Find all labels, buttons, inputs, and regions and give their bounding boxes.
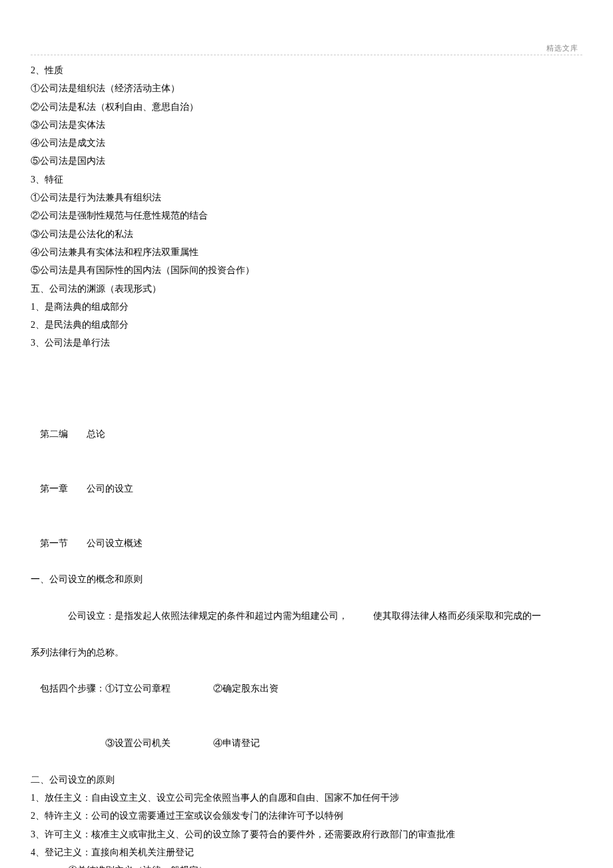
text-line: 一、公司设立的概念和原则 [31,570,582,588]
text-line: 2、特许主义：公司的设立需要通过王室或议会颁发专门的法律许可予以特例 [31,807,582,825]
text-line: ①公司法是组织法（经济活动主体） [31,79,582,97]
heading-line: 第一节公司设立概述 [31,516,582,571]
text-line: ②公司法是强制性规范与任意性规范的结合 [31,207,582,224]
text-line: 2、是民法典的组成部分 [31,316,582,334]
segment: ②确定股东出资 [213,683,279,693]
segment: ③设置公司机关 [105,734,213,752]
text-line: 系列法律行为的总称。 [31,644,582,661]
segment: 公司设立：是指发起人依照法律规定的条件和超过内需为组建公司， [68,607,373,625]
heading-title: 公司的设立 [87,484,133,494]
text-line: 1、是商法典的组成部分 [31,298,582,316]
segment: 使其取得法律人格而必须采取和完成的一 [373,611,541,621]
text-line: ⑤公司法是国内法 [31,152,582,170]
text-line: ①公司法是行为法兼具有组织法 [31,189,582,207]
heading-line: 第一章公司的设立 [31,462,582,516]
heading-line: 第二编总论 [31,407,582,462]
text-line: ③公司法是公法化的私法 [31,225,582,243]
text-line: 五、公司法的渊源（表现形式） [31,280,582,298]
text-line: 包括四个步骤：①订立公司章程②确定股东出资 [31,661,582,716]
segment: ④申请登记 [213,738,260,748]
heading-title: 总论 [87,429,105,439]
heading-prefix: 第一节 [40,534,87,552]
text-line: 2、性质 [31,61,582,79]
text-line: ③公司法是实体法 [31,116,582,134]
heading-title: 公司设立概述 [87,538,143,548]
text-line: 公司设立：是指发起人依照法律规定的条件和超过内需为组建公司，使其取得法律人格而必… [31,589,582,644]
text-line: ②公司法是私法（权利自由、意思自治） [31,98,582,116]
text-line: ④公司法是成文法 [31,134,582,152]
text-line: ⑤公司法是具有国际性的国内法（国际间的投资合作） [31,261,582,279]
heading-prefix: 第二编 [40,425,87,443]
text-line: 二、公司设立的原则 [31,771,582,789]
text-line: ④公司法兼具有实体法和程序法双重属性 [31,243,582,261]
text-line: 3、许可主义：核准主义或审批主义、公司的设立除了要符合的要件外，还需要政府行政部… [31,825,582,843]
heading-prefix: 第一章 [40,480,87,498]
header-rule [31,55,582,55]
section-gap [31,352,582,407]
document-body: 2、性质 ①公司法是组织法（经济活动主体） ②公司法是私法（权利自由、意思自治）… [31,61,582,868]
segment: 包括四个步骤：①订立公司章程 [40,679,213,697]
text-line: ③设置公司机关④申请登记 [31,716,582,771]
watermark-label: 精选文库 [546,41,578,55]
text-line: ①单纯准则主义（法律一般规定） [31,861,582,868]
text-line: 3、公司法是单行法 [31,334,582,352]
text-line: 1、放任主义：自由设立主义、设立公司完全依照当事人的自愿和自由、国家不加任何干涉 [31,789,582,807]
text-line: 3、特征 [31,171,582,189]
text-line: 4、登记主义：直接向相关机关注册登记 [31,843,582,861]
